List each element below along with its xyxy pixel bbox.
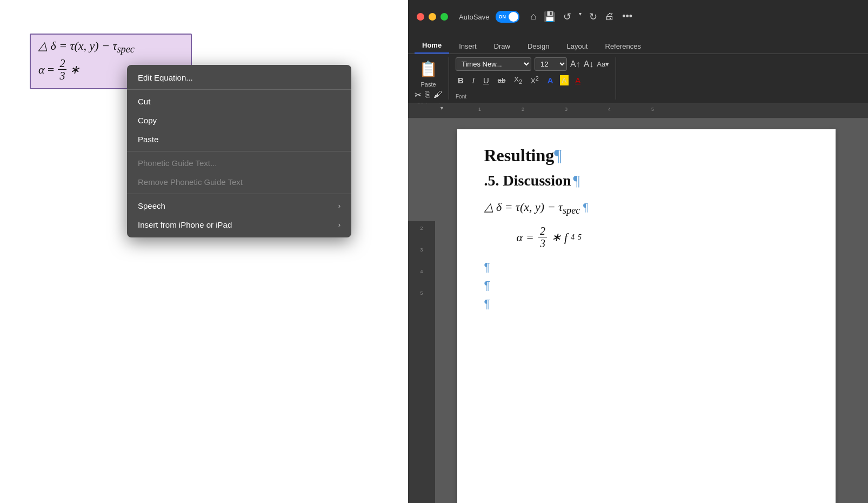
section-heading: .5. Discussion¶	[484, 172, 809, 189]
menu-remove-phonetic: Remove Phonetic Guide Text	[127, 173, 351, 191]
undo-icon[interactable]: ↺	[563, 11, 571, 23]
font-color2-button[interactable]: A	[573, 75, 583, 86]
font-color-button[interactable]: A	[545, 75, 556, 86]
underline-button[interactable]: U	[481, 75, 491, 86]
ruler-mark-2: 2	[522, 107, 524, 112]
strikethrough-button[interactable]: ab	[496, 75, 508, 85]
document-page[interactable]: Resulting¶ .5. Discussion¶ △ δ = τ(x, y)…	[457, 129, 836, 503]
subscript-button[interactable]: X2	[512, 74, 524, 86]
v-ruler-3: 4	[420, 269, 423, 274]
ribbon-content: 📋 Paste ✂ ⎘ 🖌 Clipboard Times New...	[408, 54, 868, 103]
tab-layout[interactable]: Layout	[559, 39, 595, 54]
close-button[interactable]	[417, 13, 424, 21]
v-ruler-4: 5	[420, 290, 423, 296]
ruler-triangle: ▼	[439, 105, 444, 111]
format-painter-icon[interactable]: 🖌	[433, 90, 442, 100]
font-label: Font	[456, 94, 609, 100]
ruler-mark-1: 1	[478, 107, 481, 112]
v-ruler-1: 2	[420, 226, 423, 231]
menu-copy[interactable]: Copy	[127, 111, 351, 130]
document-area[interactable]: 2 3 4 5 Resulting¶ .5. Discussion¶ △ δ =…	[408, 118, 868, 503]
paste-label: Paste	[420, 81, 436, 88]
menu-insert-iphone[interactable]: Insert from iPhone or iPad ›	[127, 215, 351, 234]
cut-icon[interactable]: ✂	[415, 90, 422, 100]
home-icon[interactable]: ⌂	[530, 11, 536, 23]
italic-button[interactable]: I	[470, 75, 477, 86]
copy-doc-icon[interactable]: ⎘	[425, 90, 430, 100]
tab-home[interactable]: Home	[415, 38, 449, 54]
eq1-pilcrow: ¶	[583, 201, 588, 213]
heading-pilcrow: ¶	[573, 172, 580, 189]
title-icons: ⌂ 💾 ↺ ▾ ↻ 🖨 •••	[530, 11, 632, 23]
heading-text: .5. Discussion	[484, 172, 571, 189]
autosave-toggle[interactable]: ON	[496, 11, 519, 23]
highlight-button[interactable]: A	[560, 75, 569, 85]
equation-line1: △ δ = τ(x, y) − τspec	[38, 39, 183, 55]
paste-icon: 📋	[419, 57, 438, 80]
save-icon[interactable]: 💾	[544, 11, 556, 23]
traffic-lights	[417, 13, 448, 21]
shrink-font-icon[interactable]: A↓	[584, 59, 594, 69]
ruler-mark-4: 4	[608, 107, 611, 112]
autosave-knob	[509, 12, 518, 22]
speech-chevron: ›	[338, 202, 340, 210]
tab-draw[interactable]: Draw	[486, 39, 518, 54]
page-top-text: Resulting¶	[484, 145, 809, 166]
insert-iphone-chevron: ›	[338, 221, 340, 229]
pilcrow-line3: ¶	[484, 297, 809, 311]
maximize-button[interactable]	[440, 13, 448, 21]
doc-equation1: △ δ = τ(x, y) − τspec ¶	[484, 200, 809, 216]
redo-icon[interactable]: ↻	[589, 11, 597, 23]
pilcrow-line1: ¶	[484, 260, 809, 274]
menu-cut[interactable]: Cut	[127, 92, 351, 111]
v-ruler-2: 3	[420, 247, 423, 253]
ruler-mark-3: 3	[565, 107, 567, 112]
font-row1: Times New... 12 A↑ A↓ Aa▾	[456, 57, 609, 71]
tab-design[interactable]: Design	[520, 39, 557, 54]
ruler-mark-5: 5	[651, 107, 654, 112]
pilcrow-line2: ¶	[484, 279, 809, 293]
grow-font-icon[interactable]: A↑	[570, 59, 580, 69]
horizontal-ruler: ▼ 1 2 3 4 5	[408, 103, 868, 118]
paste-button[interactable]: 📋 Paste	[419, 57, 438, 88]
menu-paste[interactable]: Paste	[127, 130, 351, 149]
tab-insert[interactable]: Insert	[451, 39, 484, 54]
superscript-button[interactable]: X2	[529, 74, 541, 86]
menu-speech[interactable]: Speech ›	[127, 196, 351, 215]
size-selector[interactable]: 12	[535, 57, 567, 71]
ribbon-tabs: Home Insert Draw Design Layout Reference…	[408, 34, 868, 54]
autosave-on-label: ON	[498, 14, 506, 19]
separator-1	[127, 89, 351, 90]
undo-dropdown-icon[interactable]: ▾	[579, 11, 582, 23]
print-icon[interactable]: 🖨	[605, 11, 615, 23]
right-panel: AutoSave ON ⌂ 💾 ↺ ▾ ↻ 🖨 ••• Home Insert …	[408, 0, 868, 503]
doc-equation2: α = 2 3 ∗ f45	[517, 225, 809, 249]
font-row2: B I U ab X2 X2 A A A	[456, 74, 609, 86]
minimize-button[interactable]	[429, 13, 436, 21]
separator-2	[127, 151, 351, 151]
font-selector[interactable]: Times New...	[456, 57, 531, 71]
clipboard-group: 📋 Paste ✂ ⎘ 🖌 Clipboard	[415, 57, 449, 100]
ribbon: Home Insert Draw Design Layout Reference…	[408, 34, 868, 103]
vertical-ruler: 2 3 4 5	[408, 221, 435, 503]
pilcrow-lines: ¶ ¶ ¶	[484, 260, 809, 311]
case-icon[interactable]: Aa▾	[597, 60, 609, 68]
separator-3	[127, 194, 351, 194]
more-icon[interactable]: •••	[622, 11, 632, 23]
title-bar: AutoSave ON ⌂ 💾 ↺ ▾ ↻ 🖨 •••	[408, 0, 868, 34]
menu-phonetic-guide: Phonetic Guide Text...	[127, 154, 351, 173]
left-panel: △ δ = τ(x, y) − τspec α = 2 3 ∗ Edit Equ…	[0, 0, 408, 503]
autosave-label: AutoSave	[459, 13, 489, 21]
context-menu: Edit Equation... Cut Copy Paste Phonetic…	[127, 65, 351, 237]
menu-edit-equation[interactable]: Edit Equation...	[127, 68, 351, 87]
bold-button[interactable]: B	[456, 75, 466, 86]
tab-references[interactable]: References	[598, 39, 649, 54]
